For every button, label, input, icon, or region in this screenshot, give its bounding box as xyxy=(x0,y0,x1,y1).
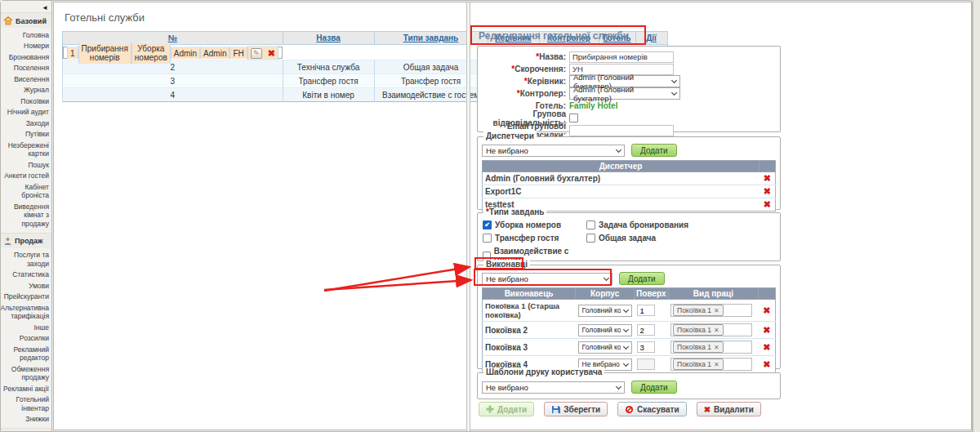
sidebar-collapse-icon[interactable]: ◄ xyxy=(42,5,48,11)
floor-input[interactable] xyxy=(637,305,655,316)
remove-executor-icon[interactable]: ✖ xyxy=(763,342,770,352)
checkbox[interactable] xyxy=(586,220,595,229)
floppy-icon xyxy=(551,405,560,414)
name-input[interactable] xyxy=(569,51,674,63)
worktype-field[interactable]: Покоївка 1✕ xyxy=(670,341,752,354)
sidebar-item[interactable]: Умови xyxy=(29,280,49,292)
sidebar-section-sales[interactable]: Продаж xyxy=(1,233,51,248)
delete-icon[interactable]: ✖ xyxy=(268,49,275,58)
sidebar-section-basic[interactable]: Базовий xyxy=(1,12,51,28)
worktype-field[interactable]: Покоївка 1✕ xyxy=(670,358,752,371)
sidebar-item[interactable]: Обмеження продажу xyxy=(2,363,49,383)
worktype-field[interactable]: Покоївка 1✕ xyxy=(670,323,752,336)
remove-tag-icon[interactable]: ✕ xyxy=(714,327,719,334)
worktype-tag: Покоївка 1 xyxy=(677,306,711,314)
cell-controller: Admin xyxy=(200,47,229,59)
sidebar-item[interactable]: Головна xyxy=(23,29,49,41)
sidebar-item[interactable]: Готельний інвентар xyxy=(2,394,49,414)
dispatcher-select[interactable]: Не вибрано xyxy=(482,145,625,157)
task-type-option[interactable]: Общая задача xyxy=(586,234,775,243)
checkbox[interactable] xyxy=(483,234,492,243)
worktype-tag: Покоївка 1 xyxy=(677,343,711,351)
sidebar-item[interactable]: Послуги та заходи xyxy=(2,250,49,269)
remove-dispatcher-icon[interactable]: ✖ xyxy=(764,186,771,196)
col-header-tasktypes[interactable]: Типи завдань xyxy=(374,32,488,45)
cell-num: 3 xyxy=(63,74,283,88)
checkbox[interactable] xyxy=(483,252,491,261)
table-row[interactable]: 1 Прибирання номерів Уборка номеров Admi… xyxy=(63,47,283,59)
group-email-input[interactable] xyxy=(569,125,674,136)
remove-tag-icon[interactable]: ✕ xyxy=(714,344,719,351)
sidebar-item[interactable]: Виведення кімнат з продажу xyxy=(2,201,49,229)
sidebar-item[interactable]: Інше xyxy=(33,322,49,333)
sidebar-item[interactable]: Статистика xyxy=(12,269,49,281)
executor-col-worktype: Вид праці xyxy=(668,288,759,300)
remove-executor-icon[interactable]: ✖ xyxy=(763,305,770,315)
sidebar-item[interactable]: Знижки xyxy=(25,414,49,425)
remove-executor-icon[interactable]: ✖ xyxy=(763,359,770,369)
sidebar-item[interactable]: Розсилки xyxy=(20,333,49,345)
sidebar-item[interactable]: Нічний аудит xyxy=(7,107,49,118)
sidebar-item[interactable]: Анкети гостей xyxy=(4,171,49,182)
sidebar-item[interactable]: Поселення xyxy=(14,63,49,74)
checkbox[interactable] xyxy=(483,220,492,229)
floor-input[interactable] xyxy=(637,324,655,336)
task-type-label: Трансфер гостя xyxy=(495,234,559,243)
chevron-down-icon xyxy=(616,146,621,152)
remove-dispatcher-icon[interactable]: ✖ xyxy=(764,173,771,183)
sidebar-item[interactable]: Кабінет броніста xyxy=(2,181,49,201)
delete-button[interactable]: ✖ Видалити xyxy=(697,402,761,416)
cell-name: Квіти в номер xyxy=(283,88,374,102)
print-template-select[interactable]: Не вибрано xyxy=(482,381,625,394)
cancel-button[interactable]: Скасувати xyxy=(617,402,687,416)
save-button[interactable]: Зберегти xyxy=(544,402,608,416)
sidebar-item[interactable]: Заходи xyxy=(26,118,49,129)
sidebar-item[interactable]: Номери xyxy=(24,41,49,52)
main-area: Готельні служби № Назва Типи завдань Кер… xyxy=(53,2,972,430)
task-type-option[interactable]: Трансфер гостя xyxy=(483,234,583,243)
sidebar-item[interactable]: Журнал xyxy=(24,85,49,96)
add-dispatcher-button[interactable]: Додати xyxy=(631,144,677,157)
sidebar-item[interactable]: Прейскуранти xyxy=(4,292,49,303)
sidebar-item[interactable]: Альтернативна тарифікація xyxy=(1,302,49,322)
building-select[interactable]: Головний корпу xyxy=(578,341,632,354)
sidebar-items-basic: Головна Номери Бронювання Поселення Висе… xyxy=(1,28,51,233)
cell-tasktypes: Взаимодействие с гостем xyxy=(374,88,488,102)
sidebar-section-accounting[interactable]: Бухгалтерія xyxy=(1,428,51,431)
add-print-template-button[interactable]: Додати xyxy=(631,381,677,394)
executor-select[interactable]: Не вибрано xyxy=(482,273,612,285)
building-select[interactable]: Головний корпу xyxy=(578,305,632,317)
worktype-field[interactable]: Покоївка 1✕ xyxy=(670,304,752,317)
dispatcher-name: Export1C xyxy=(483,185,760,198)
col-header-name[interactable]: Назва xyxy=(283,32,374,45)
task-type-option[interactable]: Уборка номеров xyxy=(483,220,583,229)
floor-input[interactable] xyxy=(637,341,655,353)
panel-splitter[interactable] xyxy=(466,2,470,431)
executors-table: Виконавець Корпус Поверх Вид праці Покої… xyxy=(482,287,776,373)
sidebar-item[interactable]: Путівки xyxy=(25,129,49,140)
service-fields-box: *Назва: *Скорочення: *Керівник: Admin (Г… xyxy=(477,46,781,132)
remove-dispatcher-icon[interactable]: ✖ xyxy=(764,199,771,209)
building-select[interactable]: Головний корпу xyxy=(578,324,632,336)
group-responsibility-checkbox[interactable] xyxy=(569,114,578,122)
add-button[interactable]: Додати xyxy=(479,402,534,416)
sidebar-item[interactable]: Покоївки xyxy=(20,96,49,107)
chevron-down-icon xyxy=(623,306,629,312)
sidebar-item[interactable]: Бронювання xyxy=(9,51,49,63)
dispatcher-name: Admin (Головний бухгалтер) xyxy=(483,172,760,185)
controller-select[interactable]: Admin (Головний бухгалтер) xyxy=(569,87,680,100)
floor-input[interactable] xyxy=(637,359,655,370)
remove-tag-icon[interactable]: ✕ xyxy=(714,307,719,314)
edit-icon[interactable]: ✎ xyxy=(251,48,262,59)
remove-executor-icon[interactable]: ✖ xyxy=(763,325,770,335)
sidebar-item[interactable]: Незбережені картки xyxy=(2,140,49,159)
remove-tag-icon[interactable]: ✕ xyxy=(714,361,719,368)
sidebar-item[interactable]: Рекламні акції xyxy=(3,383,49,394)
sidebar-item[interactable]: Рекламний редактор xyxy=(2,344,49,363)
sidebar-item[interactable]: Пошук xyxy=(28,159,49,171)
add-executor-button[interactable]: Додати xyxy=(619,272,665,285)
task-type-option[interactable]: Задача бронирования xyxy=(586,220,775,229)
sidebar-item[interactable]: Виселення xyxy=(14,73,49,85)
task-type-label: Уборка номеров xyxy=(495,220,561,229)
checkbox[interactable] xyxy=(586,234,595,243)
